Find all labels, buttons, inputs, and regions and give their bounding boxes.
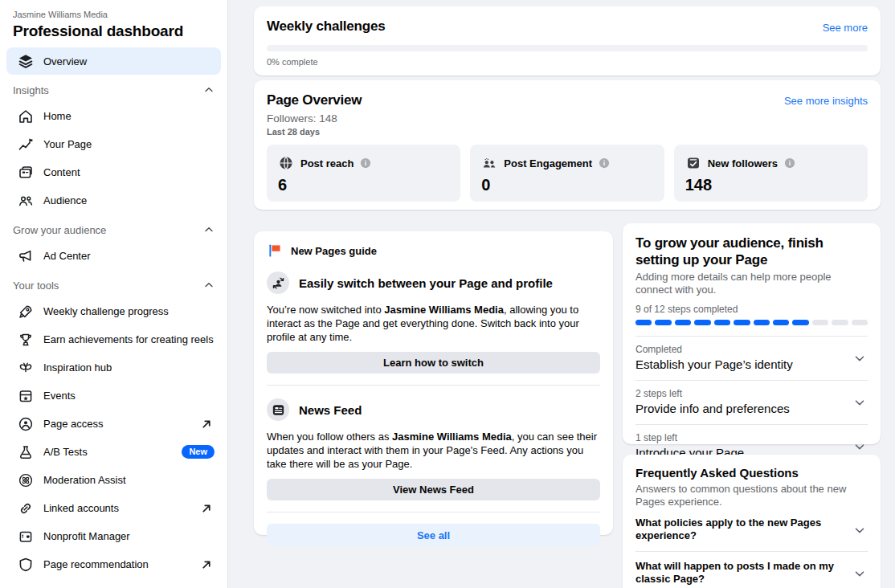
faq-question[interactable]: What policies apply to the new Pages exp… [635, 508, 868, 552]
page-name: Jasmine Williams Media [13, 10, 215, 20]
sidebar-section-your-tools[interactable]: Your tools [13, 273, 215, 297]
page-overview-title: Page Overview [267, 92, 868, 108]
step-status: Completed [635, 344, 848, 355]
progress-pill [675, 320, 691, 325]
chart-trend-icon [18, 137, 34, 153]
step-status: 1 step left [635, 432, 848, 443]
sidebar-item-moderation-assist[interactable]: Moderation Assist [6, 466, 221, 494]
progress-pill [792, 320, 808, 325]
chevron-up-icon[interactable] [203, 84, 215, 96]
person-badge-icon [18, 416, 34, 432]
page-name-bold: Jasmine Williams Media [392, 431, 512, 443]
guide-section-title: News Feed [299, 403, 362, 417]
flag-icon [267, 243, 283, 259]
see-more-link[interactable]: See more [823, 22, 868, 34]
atom-icon [18, 472, 34, 488]
stat-value: 0 [481, 176, 652, 194]
stat-label: Post reach [300, 157, 354, 169]
link-icon [18, 500, 34, 517]
stat-label: Post Engagement [504, 157, 592, 169]
calendar-star-icon [18, 388, 34, 404]
sidebar-item-home[interactable]: Home [6, 102, 221, 130]
section-label: Grow your audience [13, 224, 106, 236]
learn-how-to-switch-button[interactable]: Learn how to switch [267, 352, 600, 374]
sidebar-item-label: Nonprofit Manager [43, 530, 130, 542]
guide-section-switch: Easily switch between your Page and prof… [267, 272, 600, 294]
sidebar-item-your-page[interactable]: Your Page [6, 130, 221, 158]
faq-title: Frequently Asked Questions [635, 466, 868, 480]
sidebar-item-page-recommendation[interactable]: Page recommendation [6, 550, 221, 578]
guide-section-body: You’re now switched into Jasmine William… [267, 303, 600, 344]
page-setup-card: To grow your audience, finish setting up… [623, 223, 881, 444]
chevron-down-icon[interactable] [853, 352, 866, 365]
sidebar-item-events[interactable]: Events [6, 382, 221, 410]
progress-pill [754, 320, 770, 325]
external-arrow-icon [198, 500, 215, 517]
icon-circle [267, 272, 289, 294]
setup-progress-pills [635, 320, 868, 325]
weekly-challenges-title: Weekly challenges [267, 18, 868, 35]
sidebar-item-nonprofit-manager[interactable]: Nonprofit Manager [6, 522, 221, 550]
sidebar-item-ab-tests[interactable]: A/B Tests New [6, 438, 221, 466]
sidebar-item-page-access[interactable]: Page access [6, 410, 221, 438]
progress-pill [832, 320, 848, 325]
guide-section-title: Easily switch between your Page and prof… [299, 276, 553, 290]
sidebar-item-label: Ad Center [43, 250, 91, 262]
chevron-down-icon[interactable] [853, 524, 866, 537]
people-icon [481, 155, 497, 171]
rocket-icon [18, 304, 34, 320]
sidebar-section-grow-your-audience[interactable]: Grow your audience [13, 218, 215, 242]
sidebar-item-earn-achievements[interactable]: Earn achievements for creating reels [6, 325, 221, 353]
sidebar-section-insights[interactable]: Insights [13, 78, 215, 102]
sidebar-item-audience[interactable]: Audience [6, 186, 221, 214]
sidebar-item-overview[interactable]: Overview [6, 47, 221, 75]
progress-pill [694, 320, 710, 325]
chevron-down-icon[interactable] [853, 396, 866, 409]
sidebar-item-label: Earn achievements for creating reels [43, 333, 214, 345]
stat-new-followers: New followers 148 [674, 145, 868, 202]
see-all-button[interactable]: See all [267, 524, 600, 546]
view-news-feed-button[interactable]: View News Feed [267, 479, 600, 500]
progress-pill [655, 320, 671, 325]
chevron-up-icon[interactable] [203, 280, 215, 291]
info-icon[interactable] [360, 157, 371, 169]
new-pages-guide-card: New Pages guide Easily switch between yo… [254, 231, 613, 535]
see-more-insights-link[interactable]: See more insights [784, 95, 868, 107]
progress-pill [714, 320, 730, 325]
info-icon[interactable] [784, 157, 795, 169]
page-overview-card: Page Overview See more insights Follower… [254, 80, 881, 210]
sidebar-item-linked-accounts[interactable]: Linked accounts [6, 494, 221, 522]
stats-row: Post reach 6 Post Engagement 0 New follo… [267, 145, 868, 202]
chevron-down-icon[interactable] [853, 440, 866, 453]
sidebar-item-weekly-challenge-progress[interactable]: Weekly challenge progress [6, 297, 221, 325]
sidebar-item-label: Moderation Assist [43, 474, 126, 486]
badge-heart-icon [18, 529, 34, 545]
home-icon [18, 108, 34, 125]
sidebar-item-label: Content [43, 166, 80, 178]
guide-header: New Pages guide [267, 243, 600, 259]
sidebar-item-label: Weekly challenge progress [43, 305, 169, 317]
setup-row-info-preferences[interactable]: 2 steps left Provide info and preference… [635, 381, 868, 425]
sidebar-item-content[interactable]: Content [6, 158, 221, 186]
setup-row-identity[interactable]: Completed Establish your Page’s identity [635, 337, 868, 381]
setup-title: To grow your audience, finish setting up… [635, 235, 868, 268]
chevron-up-icon[interactable] [203, 224, 215, 235]
weekly-progress-label: 0% complete [267, 57, 868, 67]
sidebar-item-label: Home [43, 110, 72, 122]
chevron-down-icon[interactable] [853, 567, 866, 580]
sidebar-item-inspiration-hub[interactable]: Inspiration hub [6, 353, 221, 382]
guide-section-body: When you follow others as Jasmine Willia… [267, 430, 600, 471]
followers-count: Followers: 148 [267, 112, 868, 125]
sidebar-item-ad-center[interactable]: Ad Center [6, 242, 221, 270]
step-title: Provide info and preferences [635, 402, 848, 416]
shield-icon [18, 557, 34, 573]
sidebar-item-label: Audience [43, 194, 87, 206]
setup-subtitle: Adding more details can help more people… [635, 271, 868, 296]
faq-question[interactable]: What will happen to posts I made on my c… [635, 552, 868, 588]
stat-post-reach: Post reach 6 [267, 145, 460, 202]
info-icon[interactable] [599, 157, 610, 169]
progress-pill [773, 320, 789, 325]
faq-subtitle: Answers to common questions about the ne… [635, 483, 868, 508]
sidebar-item-label: Events [43, 390, 76, 402]
divider [267, 512, 600, 512]
